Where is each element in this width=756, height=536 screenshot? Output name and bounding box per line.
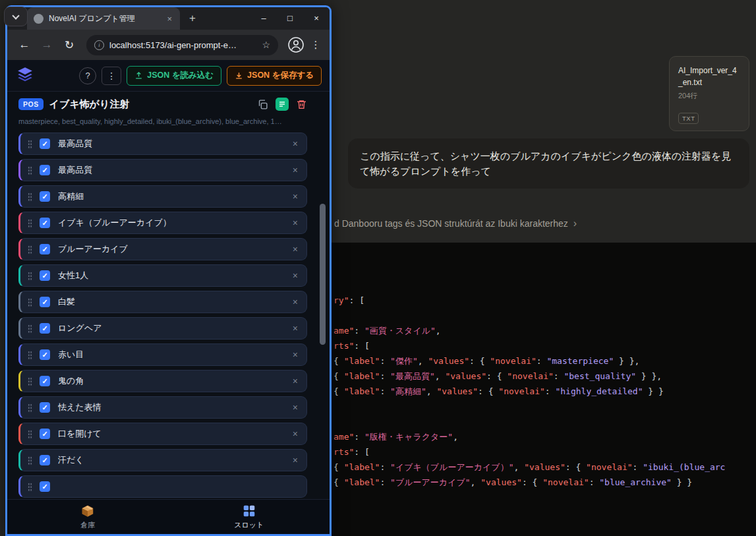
back-button[interactable]: ← <box>14 38 35 51</box>
tag-checkbox[interactable]: ✓ <box>40 323 50 334</box>
remove-tag-button[interactable]: × <box>291 376 300 386</box>
drag-handle-icon[interactable] <box>28 403 32 412</box>
remove-tag-button[interactable]: × <box>291 349 300 360</box>
tag-checkbox[interactable]: ✓ <box>40 349 50 360</box>
remove-tag-button[interactable]: × <box>291 191 300 202</box>
drag-handle-icon[interactable] <box>28 140 32 148</box>
drag-handle-icon[interactable] <box>28 272 32 280</box>
tag-checkbox[interactable]: ✓ <box>40 138 50 149</box>
browser-menu-icon[interactable]: ⋮ <box>308 39 323 51</box>
drag-handle-icon[interactable] <box>28 193 32 201</box>
drag-handle-icon[interactable] <box>28 219 32 227</box>
remove-tag-button[interactable]: × <box>291 297 300 307</box>
tag-label: 高精細 <box>58 191 291 202</box>
save-json-button[interactable]: JSON を保存する <box>227 66 322 86</box>
tag-checkbox[interactable]: ✓ <box>40 402 50 413</box>
tag-item[interactable]: ✓ブルーアーカイブ× <box>18 238 307 260</box>
tag-checkbox[interactable]: ✓ <box>40 376 50 386</box>
browser-tab[interactable]: NovelAI プロンプト管理 × <box>27 7 180 30</box>
tag-item[interactable]: ✓ロングヘア× <box>18 317 307 340</box>
collapse-toolbar-button[interactable] <box>4 7 28 26</box>
tab-close-icon[interactable]: × <box>165 14 173 24</box>
drag-handle-icon[interactable] <box>28 351 32 359</box>
tag-item[interactable]: ✓怯えた表情× <box>18 396 307 419</box>
tag-checkbox[interactable]: ✓ <box>40 481 50 492</box>
file-line-count: 204行 <box>678 91 740 101</box>
maximize-button[interactable]: □ <box>277 7 303 30</box>
tag-item[interactable]: ✓汗だく× <box>18 449 307 471</box>
remove-tag-button[interactable]: × <box>291 323 300 334</box>
nav-item-slots[interactable]: スロット <box>169 500 330 534</box>
code-line: rts": [ <box>334 444 756 460</box>
notes-button[interactable] <box>276 98 289 111</box>
remove-tag-button[interactable]: × <box>291 270 300 281</box>
close-window-button[interactable]: × <box>303 7 330 30</box>
tag-item[interactable]: ✓最高品質× <box>18 133 307 155</box>
reload-button[interactable]: ↻ <box>59 38 80 52</box>
tag-checkbox[interactable]: ✓ <box>40 165 50 175</box>
drag-handle-icon[interactable] <box>28 298 32 307</box>
drag-handle-icon[interactable] <box>28 166 32 175</box>
tag-checkbox[interactable]: ✓ <box>40 297 50 307</box>
tag-checkbox[interactable]: ✓ <box>40 244 50 254</box>
code-line: { "label": "高精細", "values": { "novelai":… <box>334 384 756 399</box>
site-info-icon[interactable]: i <box>94 40 104 50</box>
remove-tag-button[interactable]: × <box>291 455 300 465</box>
app-menu-button[interactable]: ⋮ <box>102 67 121 85</box>
tag-item[interactable]: ✓鬼の角× <box>18 370 307 392</box>
drag-handle-icon[interactable] <box>28 430 32 438</box>
load-json-button[interactable]: JSON を読み込む <box>127 66 221 86</box>
drag-handle-icon[interactable] <box>28 245 32 254</box>
minimize-button[interactable]: – <box>250 7 277 30</box>
tag-checkbox[interactable]: ✓ <box>40 191 50 202</box>
drag-handle-icon[interactable] <box>28 483 32 491</box>
tag-label: ブルーアーカイブ <box>58 243 291 255</box>
bookmark-star-icon[interactable]: ☆ <box>262 40 270 50</box>
tag-checkbox[interactable]: ✓ <box>40 218 50 228</box>
drag-handle-icon[interactable] <box>28 377 32 386</box>
tag-checkbox[interactable]: ✓ <box>40 455 50 465</box>
remove-tag-button[interactable]: × <box>291 165 300 175</box>
remove-tag-button[interactable]: × <box>291 244 300 254</box>
code-line <box>334 308 756 323</box>
assistant-step-expander[interactable]: d Danbooru tags és JSON struktúrát az Ib… <box>334 218 577 229</box>
code-line: { "label": "最高品質", "values": { "novelai"… <box>334 369 756 384</box>
attached-file-card[interactable]: AI_Import_ver_4_en.txt 204行 TXT <box>669 56 749 131</box>
upload-icon <box>134 71 143 80</box>
scrollbar-thumb[interactable] <box>320 204 326 345</box>
tag-item[interactable]: ✓最高品質× <box>18 159 307 181</box>
forward-button[interactable]: → <box>36 38 57 51</box>
tag-item[interactable]: ✓白髪× <box>18 291 307 313</box>
tag-item[interactable]: ✓赤い目× <box>18 343 307 366</box>
tag-item[interactable]: ✓ <box>18 475 307 498</box>
save-json-label: JSON を保存する <box>247 70 314 81</box>
tag-item[interactable]: ✓高精細× <box>18 185 307 208</box>
tab-title: NovelAI プロンプト管理 <box>49 13 160 24</box>
tag-label: 白髪 <box>58 296 291 308</box>
user-message-bubble: この指示に従って、シャツ一枚のブルアカのイブキがピンク色の液体の注射器を見て怖が… <box>348 138 749 189</box>
remove-tag-button[interactable]: × <box>291 138 300 149</box>
code-line: { "label": "傑作", "values": { "novelai": … <box>334 353 756 369</box>
help-button[interactable]: ? <box>79 67 96 84</box>
browser-window: NovelAI プロンプト管理 × + – □ × ← → ↻ i localh… <box>5 5 332 536</box>
nav-item-warehouse[interactable]: 倉庫 <box>7 500 169 534</box>
drag-handle-icon[interactable] <box>28 456 32 465</box>
profile-avatar[interactable] <box>287 36 305 53</box>
json-code-block: ry": [ame": "画質・スタイル",rts": [{ "label": … <box>265 243 756 536</box>
trash-icon[interactable] <box>296 99 307 110</box>
tag-checkbox[interactable]: ✓ <box>40 429 50 439</box>
remove-tag-button[interactable]: × <box>291 218 300 228</box>
address-bar[interactable]: i localhost:5173/ai-gen-prompt-e… ☆ <box>86 35 278 55</box>
code-line <box>334 262 756 278</box>
drag-handle-icon[interactable] <box>28 324 32 333</box>
tag-item[interactable]: ✓イブキ（ブルーアーカイブ）× <box>18 212 307 234</box>
remove-tag-button[interactable]: × <box>291 402 300 413</box>
new-tab-button[interactable]: + <box>189 12 196 25</box>
remove-tag-button[interactable]: × <box>291 429 300 439</box>
prompt-content: POS イブキ怖がり注射 masterpiece, best_quality, … <box>7 92 330 499</box>
tag-checkbox[interactable]: ✓ <box>40 270 50 281</box>
url-text: localhost:5173/ai-gen-prompt-e… <box>109 40 256 50</box>
tag-item[interactable]: ✓口を開けて× <box>18 423 307 445</box>
copy-icon[interactable] <box>257 99 268 110</box>
tag-item[interactable]: ✓女性1人× <box>18 264 307 287</box>
